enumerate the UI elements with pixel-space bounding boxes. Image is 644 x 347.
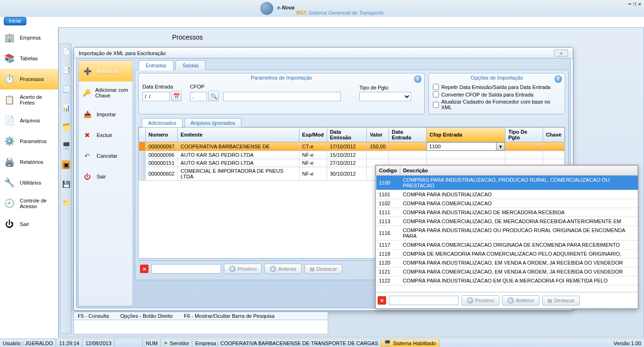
status-servidor: ➤Servidor [161, 339, 192, 347]
sidebar-item-parametros[interactable]: ⚙️Parametros [0, 131, 58, 152]
checkbox-converter-cfop[interactable]: Converter CFOP de Saída para Entrada [433, 91, 561, 97]
col-header[interactable]: Emitente [178, 128, 299, 142]
col-header[interactable]: Numero [146, 128, 178, 142]
arrow-up-icon: ▲ [507, 297, 514, 304]
cfop-grid[interactable]: CodigoDescrição1100COMPRAS PARA INDUSTRI… [376, 165, 638, 290]
status-sistema: 🖥️Sistema Habilitado [381, 339, 439, 347]
search-destacar-button[interactable]: ▤Destacar [305, 264, 342, 274]
cfop-row[interactable]: 1117COMPRA PARA COMERCIALIZACAO ORIGINAD… [376, 241, 638, 250]
sidebar-icon: 🏢 [4, 32, 15, 43]
sidebar-item-controle-de-acesso[interactable]: 🕘Controle de Acesso [0, 193, 58, 214]
cfop-combo[interactable]: ▾ [427, 142, 505, 151]
chevron-down-icon[interactable]: ▾ [496, 142, 505, 151]
cfop-combo-input[interactable] [427, 142, 496, 151]
field-tipo-pgto: Tipo de Pgto [359, 85, 411, 101]
minimize-button[interactable]: — [628, 1, 631, 7]
tab-saídas[interactable]: Saídas [175, 60, 206, 70]
sidebar-item-acerto-de-fretes[interactable]: 📋Acerto de Fretes [0, 89, 58, 110]
dialog-close-button[interactable]: ⨉ [554, 49, 568, 56]
search-close-icon[interactable]: ✕ [140, 265, 149, 273]
cfop-destacar-button[interactable]: ▤Destacar [542, 296, 580, 306]
search-icon[interactable]: 🔍 [208, 91, 219, 101]
sidebar-item-utilitários[interactable]: 🔧Utilitários [0, 172, 58, 193]
col-header[interactable]: Esp/Mod [299, 128, 327, 142]
side-tool-6-icon[interactable]: 🖥️ [62, 142, 70, 149]
calendar-icon[interactable]: 📅 [171, 91, 182, 101]
table-row[interactable]: 000000097COOPERATIVA BARBACENENSE DECT-e… [139, 142, 565, 151]
sidebar-item-label: Relatórios [20, 159, 43, 165]
help-icon[interactable]: ? [554, 75, 562, 83]
search-close-icon[interactable]: ✕ [378, 296, 386, 305]
side-tool-5-icon[interactable]: 🗂️ [62, 123, 70, 130]
action-cancelar[interactable]: ↶Cancelar [79, 145, 132, 166]
cfop-row[interactable]: 1116COMPRA PARA INDUSTRIALIZACAO OU PROD… [376, 226, 638, 241]
side-tool-4-icon[interactable]: 📊 [62, 104, 70, 112]
side-tool-9-icon[interactable]: 📁 [62, 199, 70, 207]
side-tool-3-icon[interactable]: 🧾 [62, 85, 70, 93]
subtab-adicionados[interactable]: Adicionados [142, 118, 182, 127]
cfop-row[interactable]: 1113COMPRA PARA COMERCIALIZACAO, DE MERC… [376, 217, 638, 226]
dialog-titlebar[interactable]: Importação de XML para Escrituração ⨉ [74, 48, 573, 59]
col-header[interactable]: Valor [367, 128, 389, 142]
search-anterior-button[interactable]: ▲Anterior [264, 264, 302, 274]
search-proximo-button[interactable]: ▼Proximo [224, 264, 262, 274]
cfop-proximo-button[interactable]: ▼Proximo [462, 295, 499, 306]
action-excluir[interactable]: ✖Excluir [79, 125, 132, 145]
table-row[interactable]: 000000096AUTO KAR SAO PEDRO LTDANF-e15/1… [139, 151, 565, 159]
col-header[interactable]: Chave [543, 128, 564, 142]
cfop-row[interactable]: 1121COMPRA PARA COMERCIALIZACAO, EM VEND… [376, 267, 638, 276]
side-tool-1-icon[interactable]: 📄 [62, 48, 70, 55]
col-header[interactable] [139, 128, 146, 142]
sidebar-item-relatórios[interactable]: 🖨️Relatórios [0, 152, 58, 172]
col-header[interactable]: Codigo [376, 166, 400, 176]
label-cfop: CFOP [190, 84, 341, 89]
status-time: 11:29:14 [56, 339, 83, 347]
sidebar-item-processos[interactable]: ⏱️Processos [0, 69, 58, 89]
close-button[interactable]: ✕ [638, 1, 641, 7]
input-cfop[interactable] [190, 92, 207, 101]
sidebar-item-sair[interactable]: ⏻Sair [0, 214, 58, 234]
cfop-anterior-button[interactable]: ▲Anterior [502, 295, 539, 306]
tab-entradas[interactable]: Entradas [139, 60, 173, 70]
titlebar: e-Nova SGT Sistema Gerencial de Transpor… [0, 0, 644, 17]
col-header[interactable]: Data Entrada [389, 128, 427, 142]
side-tool-7-icon[interactable]: ▣ [62, 161, 70, 169]
col-header[interactable]: Tipo De Pgto [505, 128, 543, 142]
dialog-footer-status: F5 - Consulta Opções - Botão Direito F6 … [74, 312, 328, 335]
hint-opcoes: Opções - Botão Direito [120, 313, 173, 319]
action-sair[interactable]: ⏻Sair [79, 166, 132, 187]
sidebar-left: 🏢Empresa📚Tabelas⏱️Processos📋Acerto de Fr… [0, 27, 58, 338]
cfop-row[interactable]: 1111COMPRA PARA INDUSTRIALIZACAO DE MERC… [376, 208, 638, 217]
side-tool-2-icon[interactable]: 📑 [62, 66, 70, 74]
action-importar[interactable]: 📥Importar [79, 104, 132, 125]
cfop-row[interactable]: 1101COMPRA PARA INDUSTRIALIZACAO [376, 190, 638, 199]
input-data-entrada[interactable] [142, 92, 170, 101]
select-tipo-pgto[interactable] [359, 92, 411, 101]
cfop-row[interactable]: 1122COMPRA PARA INDUSTRIALIZACAO EM QUE … [376, 276, 638, 285]
col-header[interactable]: Data Emissão [327, 128, 367, 142]
subtab-arquivos-ignorados[interactable]: Arquivos Ignorados [184, 118, 241, 127]
cfop-row[interactable]: 1120COMPRA PARA INDUSTRIALIZACAO, EM VEN… [376, 258, 638, 267]
checkbox-atualizar-cadastro[interactable]: Atualizar Cadastro de Fornecedor com bas… [433, 99, 561, 110]
checkbox-repetir-data[interactable]: Repetir Data Emissão/Saída para Data Ent… [433, 84, 561, 90]
cfop-row[interactable]: 1100COMPRAS PARA INDUSTRIALIZACAO, PRODU… [376, 176, 638, 190]
restore-button[interactable]: ❐ [633, 1, 636, 7]
cfop-row[interactable]: 1102COMPRA PARA COMERCIALIZACAO [376, 199, 638, 208]
col-header[interactable]: Descrição [400, 166, 637, 176]
cfop-row[interactable]: 1118COMPRA DE MERCADORIA PARA COMERCIALI… [376, 250, 638, 258]
sidebar-item-empresa[interactable]: 🏢Empresa [0, 27, 58, 48]
sidebar-item-tabelas[interactable]: 📚Tabelas [0, 48, 58, 69]
start-button[interactable]: Iniciar [4, 17, 26, 25]
help-icon[interactable]: ? [414, 75, 421, 83]
search-input[interactable] [151, 264, 221, 274]
sidebar-item-arquivos[interactable]: 📄Arquivos [0, 110, 58, 131]
action-adicionar[interactable]: ➕Adicionar [79, 61, 132, 81]
input-cfop-desc[interactable] [223, 92, 341, 101]
cfop-search-input[interactable] [389, 296, 459, 305]
side-tool-8-icon[interactable]: 💾 [62, 180, 70, 188]
action-adicionar-com-chave[interactable]: 🔑Adicionar com Chave [79, 81, 132, 104]
col-header[interactable]: Cfop Entrada [427, 128, 505, 142]
cfop-dropdown-popup: CodigoDescrição1100COMPRAS PARA INDUSTRI… [375, 165, 638, 309]
sidebar-icon: ⏱️ [4, 73, 15, 85]
arrow-up-icon: ▲ [270, 266, 276, 272]
